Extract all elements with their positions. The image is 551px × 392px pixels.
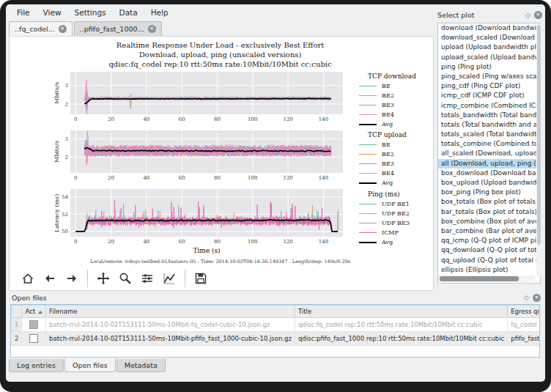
plot-list-hscrollbar[interactable] <box>438 275 535 282</box>
legend-label: BE4 <box>382 111 394 118</box>
plot-list-item-box_combine[interactable]: box_combine (Box plot of averages of sev… <box>438 217 540 226</box>
egress-qdisc-cell: fq_codel <box>508 318 540 332</box>
svg-text:20: 20 <box>108 239 114 245</box>
home-icon[interactable] <box>18 269 37 288</box>
legend-ping: Ping (ms)UDP BE1UDP BE2UDP BE3ICMPAvg <box>349 191 437 247</box>
vscrollbar-handle[interactable] <box>537 25 541 245</box>
active-checkbox-cell[interactable] <box>22 318 46 332</box>
bottom-tab-open-files[interactable]: Open files <box>64 359 116 372</box>
window-frame: FileViewSettingsDataHelp ..fq_codel...✕.… <box>0 0 551 392</box>
active-checkbox[interactable] <box>29 320 38 329</box>
float-panel-icon[interactable]: ◇ <box>524 294 529 301</box>
plot-list-item-box_download[interactable]: box_download (Download bandwidth box plo… <box>438 169 540 178</box>
figure-title-line-2: Download, upload, ping (unscaled version… <box>10 50 431 59</box>
plot-list-item-bar_combine[interactable]: bar_combine (Bar plot of averages of sev… <box>438 226 540 236</box>
legend-line-swatch <box>359 114 377 115</box>
plot-list-item-totals[interactable]: totals (Total bandwidth and average ping… <box>438 120 540 130</box>
menu-settings[interactable]: Settings <box>68 7 113 18</box>
plot-list-item-download_scaled[interactable]: download_scaled (Download bandwidth w/ax… <box>438 33 540 42</box>
plot-list-item-qq_icmp[interactable]: qq_icmp (Q-Q plot of ICMP pings) <box>438 236 540 245</box>
figure-titles: Realtime Response Under Load - exclusive… <box>10 40 431 69</box>
svg-text:120: 120 <box>283 117 292 122</box>
legend-line-swatch <box>359 204 377 204</box>
legend-entry-be4: BE4 <box>349 110 437 119</box>
plot-list-item-all[interactable]: all (Download, upload, ping (unscaled ve… <box>438 159 540 169</box>
legend-entry-avg: Avg <box>349 237 437 247</box>
save-icon[interactable] <box>191 269 210 288</box>
plot-list-item-totals_scaled[interactable]: totals_scaled (Total bandwidth and avera… <box>438 130 540 139</box>
close-panel-icon[interactable]: ✕ <box>534 11 542 19</box>
tab-close-icon[interactable]: ✕ <box>59 25 67 33</box>
table-row[interactable]: 1batch-rrul-2014-10-02T153111-50ms-10Mbi… <box>12 318 541 332</box>
menu-file[interactable]: File <box>10 7 37 18</box>
plot-list-item-icmp_combine[interactable]: icmp_combine (Combined ICMP ping plot) <box>438 101 540 111</box>
float-panel-icon[interactable]: ◇ <box>525 12 530 19</box>
plot-list-item-icmp_cdf[interactable]: icmp_cdf (ICMP CDF plot) <box>438 91 540 100</box>
legend-label: Avg <box>382 180 393 186</box>
plot-list-item-totals_bandwidth[interactable]: totals_bandwidth (Total bandwidth) <box>438 111 540 120</box>
column-header-filename[interactable]: Filename <box>46 306 295 318</box>
svg-text:80: 80 <box>214 175 221 181</box>
menu-view[interactable]: View <box>37 7 68 18</box>
plot-list-item-ping_scaled[interactable]: ping_scaled (Ping w/axes scaled to remov… <box>438 72 540 81</box>
column-header-egress-qdisc[interactable]: Egress qdisc <box>508 306 540 318</box>
tab-close-icon[interactable]: ✕ <box>148 25 156 33</box>
legend-line-swatch <box>359 173 377 174</box>
plot-list-vscrollbar[interactable] <box>536 23 541 276</box>
filename-cell: batch-rrul-2014-10-02T153111-50ms-10Mbit… <box>46 332 295 346</box>
menu-data[interactable]: Data <box>113 7 144 18</box>
plot-list-item-qq_upload[interactable]: qq_upload (Q-Q plot of total upload band… <box>438 256 540 265</box>
active-checkbox-cell[interactable] <box>22 332 46 346</box>
svg-text:100: 100 <box>248 239 257 245</box>
bottom-tab-log-entries[interactable]: Log entries <box>9 359 64 372</box>
plot-list-item-box_totals[interactable]: box_totals (Box plot of totals) <box>438 197 540 207</box>
flent-window: FileViewSettingsDataHelp ..fq_codel...✕.… <box>6 4 545 382</box>
svg-text:140: 140 <box>319 239 328 245</box>
svg-text:140: 140 <box>319 117 328 122</box>
tab-pfifo-fast-1000[interactable]: ..pfifo_fast_1000...✕ <box>74 21 162 36</box>
plot-list-item-download[interactable]: download (Download bandwidth plot) <box>438 23 540 33</box>
plot-list-item-all_scaled[interactable]: all_scaled (Download, upload, ping (scal… <box>438 149 540 158</box>
legend-entry-be2: BE2 <box>349 149 437 159</box>
back-icon[interactable] <box>40 269 59 288</box>
axes-edit-icon[interactable] <box>160 269 179 288</box>
plot-list-item-box_ping[interactable]: box_ping (Ping box plot) <box>438 188 540 197</box>
legend-title: TCP upload <box>349 131 437 138</box>
plot-list-item-ping_cdf[interactable]: ping_cdf (Ping CDF plot) <box>438 81 540 91</box>
bottom-tab-metadata[interactable]: Metadata <box>117 359 166 372</box>
title-cell: qdisc:fq_codel rep:10 rtt:50ms rate:10Mb… <box>295 318 507 332</box>
svg-text:60: 60 <box>179 117 185 122</box>
menu-help[interactable]: Help <box>144 7 175 18</box>
active-checkbox[interactable] <box>29 334 38 343</box>
pan-icon[interactable] <box>94 269 113 288</box>
legend-title: TCP download <box>349 73 437 80</box>
tab-fq-codel[interactable]: ..fq_codel...✕ <box>9 21 73 36</box>
plot-list-item-box_upload[interactable]: box_upload (Upload bandwidth box plot) <box>438 178 540 188</box>
legend-label: Avg <box>382 121 393 127</box>
subplots-icon[interactable] <box>138 269 157 288</box>
plot-list-item-upload[interactable]: upload (Upload bandwidth plot) <box>438 42 540 52</box>
zoom-icon[interactable] <box>116 269 135 288</box>
row-number-header <box>12 306 22 318</box>
legend-label: BE4 <box>382 170 394 177</box>
close-panel-icon[interactable]: ✕ <box>533 294 541 302</box>
hscrollbar-handle[interactable] <box>440 276 519 281</box>
legend-line-swatch <box>359 242 377 243</box>
plot-list-item-bar_totals[interactable]: bar_totals (Box plot of totals) <box>438 207 540 217</box>
chart-tcp-download: 02040608010012014023Mbits/sTCP downloadB… <box>70 72 343 114</box>
chart-ping: 020406080100120140505254Latency (ms)Ping… <box>70 189 343 237</box>
legend-label: Avg <box>382 239 393 245</box>
plot-list-item-totals_combine[interactable]: totals_combine (Combined total bandwidth… <box>438 139 540 149</box>
svg-text:40: 40 <box>143 239 149 245</box>
plot-list-item-upload_scaled[interactable]: upload_scaled (Upload bandwidth w/axes s… <box>438 53 540 62</box>
forward-icon[interactable] <box>62 269 81 288</box>
plot-list-item-qq_download[interactable]: qq_download (Q-Q plot of total download) <box>438 245 540 255</box>
column-header-act[interactable]: Act <box>22 306 46 318</box>
plot-list-item-ellipsis[interactable]: ellipsis (Ellipsis plot) <box>438 265 540 275</box>
plot-list-item-ping[interactable]: ping (Ping plot) <box>438 62 540 72</box>
table-row[interactable]: 2batch-rrul-2014-10-02T153111-50ms-10Mbi… <box>12 332 541 346</box>
svg-text:40: 40 <box>143 117 149 122</box>
legend-label: UDP BE3 <box>382 220 410 226</box>
figure-title-line-3: qdisc:fq_codel rep:10 rtt:50ms rate:10Mb… <box>10 59 431 69</box>
column-header-title[interactable]: Title <box>295 306 507 318</box>
